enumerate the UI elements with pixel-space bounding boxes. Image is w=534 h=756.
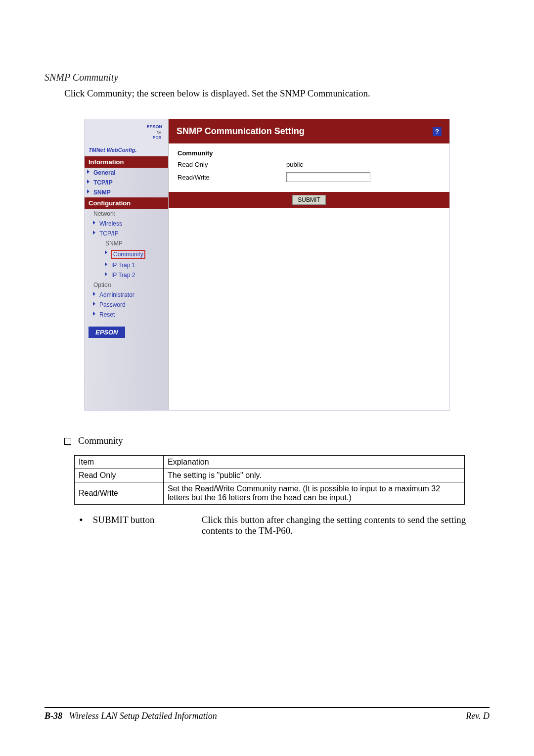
nav-password[interactable]: Password — [90, 300, 168, 310]
cell-explanation: Set the Read/Write Community name. (It i… — [164, 482, 465, 505]
nav-reset-label: Reset — [99, 311, 115, 318]
explanation-table: Item Explanation Read Only The setting i… — [74, 455, 465, 505]
section-title: SNMP Community — [44, 72, 490, 83]
nav-network: Network — [85, 209, 168, 219]
footer-title: Wireless LAN Setup Detailed Information — [69, 711, 217, 721]
nav-administrator-label: Administrator — [99, 291, 134, 298]
table-row: Read/Write Set the Read/Write Community … — [75, 482, 465, 505]
help-icon[interactable]: ? — [433, 127, 442, 136]
nav-password-label: Password — [99, 301, 126, 308]
submit-bullet-text: Click this button after changing the set… — [202, 515, 490, 536]
chevron-right-icon — [105, 262, 107, 266]
logo-pos: POS — [153, 135, 161, 140]
pane-title: SNMP Communication Setting — [177, 126, 305, 137]
logo-area: EPSON for POS TMNet WebConfig. — [85, 119, 168, 156]
form-title: Community — [178, 149, 441, 157]
nav-snmp-label: SNMP — [93, 189, 111, 196]
nav-administrator[interactable]: Administrator — [90, 290, 168, 300]
form-area: Community Read Only public Read/Write — [169, 143, 449, 192]
nav-general[interactable]: General — [85, 168, 168, 178]
tmnet-webconfig: TMNet WebConfig. — [89, 147, 137, 153]
community-subsection: Community — [64, 435, 490, 446]
chevron-right-icon — [87, 170, 89, 174]
submit-note: • SUBMIT button Click this button after … — [79, 515, 490, 536]
epson-badge: EPSON — [89, 327, 125, 338]
cell-item: Read/Write — [75, 482, 164, 505]
nav-iptrap2[interactable]: IP Trap 2 — [102, 270, 168, 280]
nav-wireless[interactable]: Wireless — [90, 219, 168, 229]
read-write-input[interactable] — [286, 172, 370, 182]
table-header-row: Item Explanation — [75, 456, 465, 469]
epson-logo-text: EPSON — [146, 124, 162, 129]
footer-rev: Rev. D — [466, 711, 490, 721]
nav-iptrap2-label: IP Trap 2 — [111, 272, 135, 279]
read-write-label: Read/Write — [178, 174, 286, 181]
chevron-right-icon — [93, 302, 95, 306]
footer-page: B-38 — [44, 711, 62, 721]
screenshot-panel: EPSON for POS TMNet WebConfig. Informati… — [84, 119, 450, 411]
chevron-right-icon — [105, 250, 107, 254]
chevron-right-icon — [93, 221, 95, 225]
bullet-icon: • — [79, 515, 83, 536]
chevron-right-icon — [93, 231, 95, 235]
nav-iptrap1[interactable]: IP Trap 1 — [102, 260, 168, 270]
cell-explanation: The setting is "public" only. — [164, 469, 465, 482]
chevron-right-icon — [93, 312, 95, 316]
nav-header-configuration: Configuration — [85, 197, 168, 209]
nav-snmp[interactable]: SNMP — [85, 188, 168, 197]
chevron-right-icon — [87, 189, 89, 193]
nav-tcpip-label: TCP/IP — [93, 179, 113, 186]
intro-text: Click Community; the screen below is dis… — [64, 88, 490, 99]
submit-button[interactable]: SUBMIT — [292, 195, 325, 205]
pane-title-bar: SNMP Communication Setting ? — [169, 119, 449, 143]
nav-community[interactable]: Community — [102, 248, 168, 260]
checkbox-icon — [64, 438, 71, 445]
submit-bar: SUBMIT — [169, 192, 449, 208]
nav-header-information: Information — [85, 156, 168, 168]
nav-reset[interactable]: Reset — [90, 310, 168, 320]
footer-left: B-38 Wireless LAN Setup Detailed Informa… — [44, 711, 217, 721]
read-only-row: Read Only public — [178, 161, 441, 168]
nav-tcpip2[interactable]: TCP/IP — [90, 229, 168, 238]
read-only-label: Read Only — [178, 161, 286, 168]
chevron-right-icon — [105, 272, 107, 276]
right-pane: SNMP Communication Setting ? Community R… — [169, 119, 449, 410]
nav-wireless-label: Wireless — [99, 220, 122, 227]
nav-snmp2: SNMP — [90, 238, 168, 248]
header-item: Item — [75, 456, 164, 469]
chevron-right-icon — [87, 180, 89, 184]
footer: B-38 Wireless LAN Setup Detailed Informa… — [44, 707, 490, 721]
submit-bullet-label: SUBMIT button — [93, 515, 192, 536]
nav-tcpip[interactable]: TCP/IP — [85, 178, 168, 188]
nav-option: Option — [85, 280, 168, 290]
cell-item: Read Only — [75, 469, 164, 482]
nav-tcpip2-label: TCP/IP — [99, 230, 119, 237]
logo-for: for — [157, 130, 161, 135]
nav-community-highlight: Community — [111, 250, 145, 259]
header-explanation: Explanation — [164, 456, 465, 469]
community-label: Community — [78, 435, 123, 446]
chevron-right-icon — [93, 292, 95, 296]
left-nav: EPSON for POS TMNet WebConfig. Informati… — [85, 119, 169, 410]
read-write-row: Read/Write — [178, 172, 441, 182]
nav-iptrap1-label: IP Trap 1 — [111, 262, 135, 269]
table-row: Read Only The setting is "public" only. — [75, 469, 465, 482]
read-only-value: public — [286, 161, 303, 168]
nav-general-label: General — [93, 169, 116, 176]
